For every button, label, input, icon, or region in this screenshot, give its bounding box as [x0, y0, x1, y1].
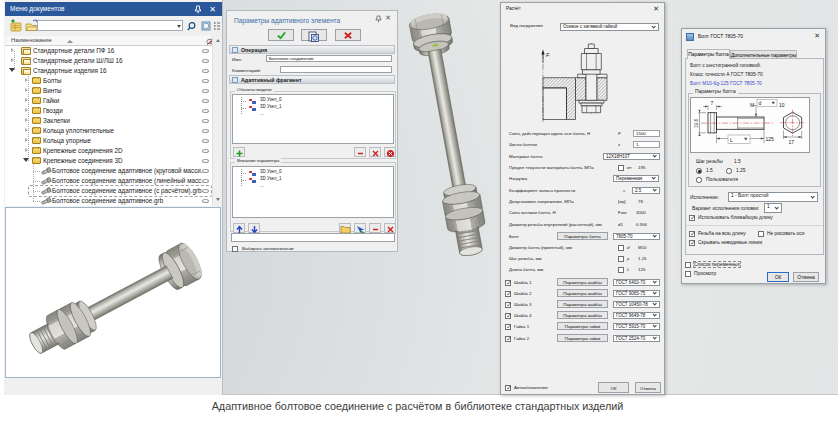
svg-text:d: d: [759, 100, 762, 106]
svg-text:7: 7: [711, 100, 714, 106]
svg-text:19.6: 19.6: [694, 119, 699, 128]
svg-text:17: 17: [789, 139, 795, 145]
svg-text:L: L: [730, 137, 733, 143]
svg-text:M: M: [750, 102, 754, 108]
svg-text:F: F: [546, 52, 550, 58]
svg-text:10: 10: [779, 102, 785, 108]
svg-text:125: 125: [766, 136, 775, 142]
